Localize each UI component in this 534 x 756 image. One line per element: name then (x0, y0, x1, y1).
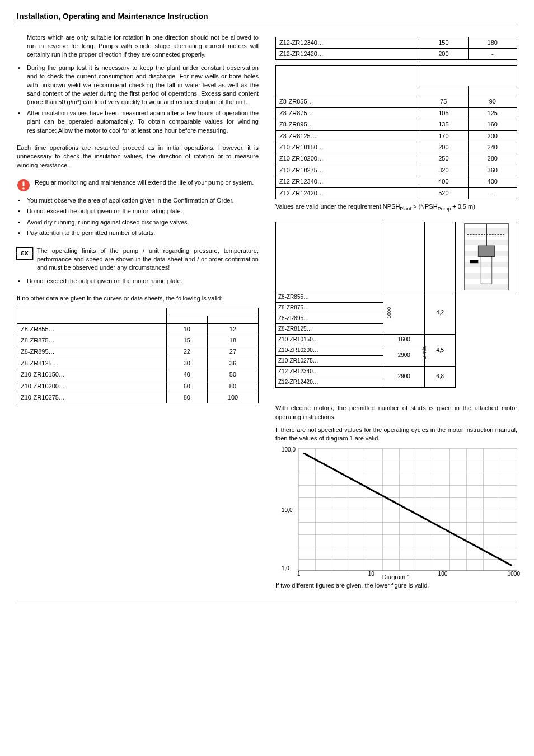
table-cell: - (468, 48, 517, 59)
table-cell: 180 (468, 37, 517, 48)
table-cell: 240 (468, 142, 517, 153)
table-cell: 105 (419, 107, 468, 119)
bullet-list-1: During the pump test it is necessary to … (17, 64, 259, 135)
intro-para: Motors which are only suitable for rotat… (17, 34, 259, 59)
table-cell: Z8-ZR895… (17, 346, 167, 358)
list-item: Do not exceed the output given on the mo… (17, 277, 259, 285)
table-cell: 520 (419, 187, 468, 199)
right-column: Z12-ZR12340…150180Z12-ZR12420…200- Z8-ZR… (275, 34, 517, 595)
diagram-caption: Diagram 1 (275, 573, 517, 581)
table-cell: 400 (468, 176, 517, 187)
table-cell: 170 (419, 130, 468, 142)
ex-hazard-icon: εx (16, 247, 34, 260)
list-item: Pay attention to the permitted number of… (17, 229, 259, 237)
flow-table-2: Z8-ZR855…7590Z8-ZR875…105125Z8-ZR895…135… (275, 65, 517, 199)
table-cell: 80 (166, 392, 207, 403)
no-other-para: If no other data are given in the curves… (17, 294, 259, 303)
info-text: Regular monitoring and maintenance will … (35, 179, 259, 187)
svg-rect-1 (23, 181, 25, 186)
table-cell: 250 (419, 153, 468, 165)
exclamation-icon (17, 179, 30, 192)
svg-point-2 (22, 187, 25, 190)
bullet-list-3: Do not exceed the output given on the mo… (17, 277, 259, 285)
table-cell: 75 (419, 96, 468, 107)
table-cell: 280 (468, 153, 517, 165)
table-cell: Z8-ZR8125… (276, 130, 419, 142)
list-item: Avoid dry running, running against close… (17, 218, 259, 227)
flow-table-top: Z12-ZR12340…150180Z12-ZR12420…200- (275, 37, 517, 60)
list-item: After insulation values have been measur… (17, 109, 259, 135)
info-callout: Regular monitoring and maintenance will … (17, 179, 259, 192)
table-cell: 160 (468, 119, 517, 130)
table-cell: Z8-ZR855… (276, 96, 419, 107)
npsh-table: Z8-ZR855…10004,2 Z8-ZR875… Z8-ZR895… Z8-… (275, 222, 517, 388)
two-figures-para: If two different figures are given, the … (275, 581, 517, 590)
table-cell: Z8-ZR875… (276, 107, 419, 119)
footer-divider (17, 602, 517, 602)
table-cell: Z10-ZR10200… (276, 153, 419, 165)
svg-rect-3 (481, 256, 492, 284)
diagram-1-chart: 100,0 10,0 1,0 1 10 100 1000 (298, 448, 517, 571)
table-cell: 60 (166, 381, 207, 392)
pump-diagram-icon (464, 223, 509, 290)
table-cell: 200 (419, 142, 468, 153)
table-cell: Z8-ZR895… (276, 119, 419, 130)
table-cell: Z12-ZR12420… (276, 187, 419, 199)
table-cell: Z8-ZR855… (17, 323, 167, 335)
table-cell: Z12-ZR12340… (276, 37, 419, 48)
table-cell: - (468, 187, 517, 199)
svg-rect-4 (478, 246, 494, 257)
table-cell: 15 (166, 335, 207, 346)
table-cell: Z10-ZR10275… (17, 392, 167, 403)
table-cell: Z8-ZR8125… (17, 358, 167, 369)
table-cell: 50 (207, 369, 258, 381)
table-cell: 125 (468, 107, 517, 119)
table-cell: 100 (207, 392, 258, 403)
table-cell: 30 (166, 358, 207, 369)
list-item: During the pump test it is necessary to … (17, 64, 259, 107)
table-cell: 200 (468, 130, 517, 142)
table-cell: Z10-ZR10150… (17, 369, 167, 381)
list-item: Do not exceed the output given on the mo… (17, 207, 259, 215)
flow-table-1: Z8-ZR855…1012Z8-ZR875…1518Z8-ZR895…2227Z… (17, 308, 259, 404)
u-min-label: U min (421, 346, 432, 360)
table-cell: 80 (207, 381, 258, 392)
bullet-list-2: You must observe the area of application… (17, 196, 259, 238)
table-cell: 36 (207, 358, 258, 369)
left-column: Motors which are only suitable for rotat… (17, 34, 259, 595)
table-cell: 12 (207, 323, 258, 335)
table-cell: 40 (166, 369, 207, 381)
table-cell: 22 (166, 346, 207, 358)
not-specified-para: If there are not specified values for th… (275, 426, 517, 443)
ex-callout: εx The operating limits of the pump / un… (17, 247, 259, 273)
table-cell: Z10-ZR10200… (17, 381, 167, 392)
table-cell: 135 (419, 119, 468, 130)
elec-motors-para: With electric motors, the permitted numb… (275, 404, 517, 421)
table-cell: Z8-ZR875… (17, 335, 167, 346)
ex-text: The operating limits of the pump / unit … (37, 247, 259, 273)
restart-para: Each time operations are restarted proce… (17, 144, 259, 170)
table-cell: 360 (468, 165, 517, 176)
table-cell: 90 (468, 96, 517, 107)
list-item: You must observe the area of application… (17, 196, 259, 205)
table-cell: 150 (419, 37, 468, 48)
table-cell: 320 (419, 165, 468, 176)
table-cell: 200 (419, 48, 468, 59)
table-cell: 400 (419, 176, 468, 187)
table-cell: Z12-ZR12340… (276, 176, 419, 187)
page-title: Installation, Operating and Maintenance … (17, 11, 517, 25)
table-cell: Z10-ZR10275… (276, 165, 419, 176)
table-cell: 10 (166, 323, 207, 335)
npsh-note: Values are valid under the requirement N… (275, 203, 517, 213)
svg-marker-6 (470, 260, 478, 263)
table-cell: 27 (207, 346, 258, 358)
table-cell: 18 (207, 335, 258, 346)
table-cell: Z10-ZR10150… (276, 142, 419, 153)
table-cell: Z12-ZR12420… (276, 48, 419, 59)
